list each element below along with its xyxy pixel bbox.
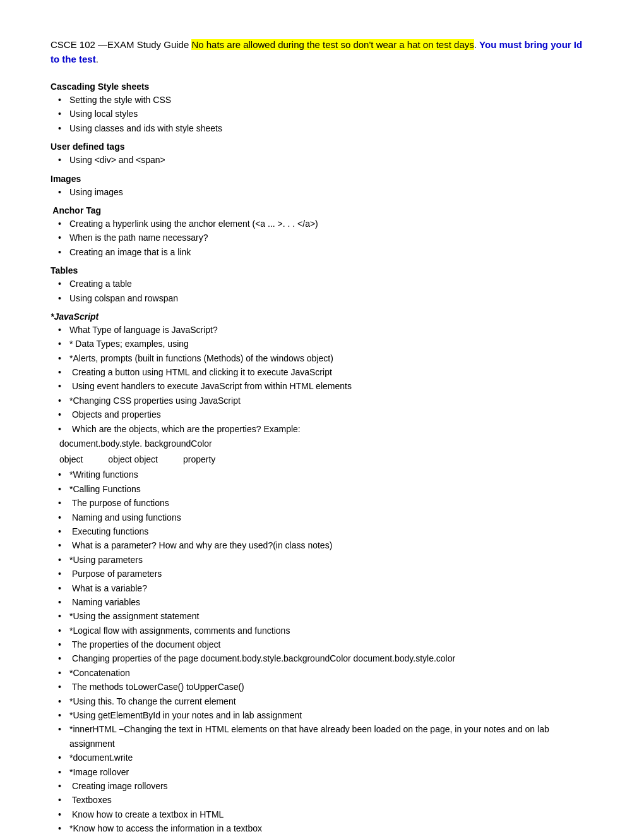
section-anchor: Anchor Tag [51, 205, 593, 215]
list-item: Using <div> and <span> [51, 153, 593, 167]
code-example-line1: document.body.style. backgroundColor [51, 436, 593, 452]
list-item: Creating a hyperlink using the anchor el… [51, 217, 593, 231]
title-period2: . [96, 54, 98, 64]
title-period: . [474, 39, 479, 50]
list-item: Naming variables [51, 595, 593, 609]
list-item: *Changing CSS properties using JavaScrip… [51, 394, 593, 408]
list-item: Creating image rollovers [51, 779, 593, 793]
list-item: Purpose of parameters [51, 567, 593, 581]
list-item: *Logical flow with assignments, comments… [51, 624, 593, 638]
list-item: *Writing functions [51, 468, 593, 481]
list-item: What Type of language is JavaScript? [51, 323, 593, 337]
list-item: *Image rollover [51, 765, 593, 779]
title-highlighted: No hats are allowed during the test so d… [191, 39, 474, 50]
list-item: Using classes and ids with style sheets [51, 121, 593, 135]
list-item: Using local styles [51, 107, 593, 121]
list-item: The methods toLowerCase() toUpperCase() [51, 680, 593, 694]
list-item: Which are the objects, which are the pro… [51, 422, 593, 436]
list-item: Using event handlers to execute JavaScri… [51, 379, 593, 393]
list-item: Changing properties of the page document… [51, 651, 593, 665]
code-example-labels: object object object property [51, 452, 593, 468]
content: Cascading Style sheets Setting the style… [51, 82, 593, 834]
section-cascading: Cascading Style sheets [51, 82, 593, 92]
list-item: Objects and properties [51, 408, 593, 421]
list-item: *Concatenation [51, 666, 593, 680]
list-javascript: What Type of language is JavaScript? * D… [51, 323, 593, 436]
list-item: Setting the style with CSS [51, 93, 593, 107]
list-item: *Using getElementById in your notes and … [51, 708, 593, 722]
list-item: *Know how to access the information in a… [51, 821, 593, 834]
list-item: Creating a table [51, 277, 593, 291]
section-javascript: *JavaScript [51, 311, 593, 322]
label-property: property [183, 452, 215, 468]
label-object-object: object object [108, 452, 158, 468]
list-item: *Using the assignment statement [51, 609, 593, 623]
list-cascading: Setting the style with CSS Using local s… [51, 93, 593, 135]
title-prefix: CSCE 102 —EXAM Study Guide [51, 39, 191, 50]
list-item: What is a parameter? How and why are the… [51, 538, 593, 552]
label-object: object [59, 452, 83, 468]
list-item: *Alerts, prompts (built in functions (Me… [51, 351, 593, 365]
list-tables: Creating a table Using colspan and rowsp… [51, 277, 593, 305]
list-item: The properties of the document object [51, 638, 593, 651]
list-user-defined: Using <div> and <span> [51, 153, 593, 167]
list-item: Executing functions [51, 524, 593, 538]
list-item: The purpose of functions [51, 496, 593, 510]
title-block: CSCE 102 —EXAM Study Guide No hats are a… [51, 38, 593, 66]
section-images: Images [51, 174, 593, 184]
list-item: * Data Types; examples, using [51, 337, 593, 351]
list-item: *Calling Functions [51, 482, 593, 496]
list-item: What is a variable? [51, 581, 593, 595]
list-item: When is the path name necessary? [51, 231, 593, 245]
list-item: *innerHTML −Changing the text in HTML el… [51, 722, 593, 751]
list-item: *Using parameters [51, 553, 593, 567]
list-functions: *Writing functions *Calling Functions Th… [51, 468, 593, 834]
section-user-defined: User defined tags [51, 142, 593, 152]
list-item: Creating an image that is a link [51, 245, 593, 259]
list-item: Using images [51, 185, 593, 199]
list-item: Know how to create a textbox in HTML [51, 807, 593, 821]
list-item: Creating a button using HTML and clickin… [51, 365, 593, 379]
list-item: Textboxes [51, 793, 593, 807]
list-item: Using colspan and rowspan [51, 291, 593, 305]
list-item: *document.write [51, 751, 593, 764]
section-tables: Tables [51, 265, 593, 275]
list-item: Naming and using functions [51, 511, 593, 524]
list-item: *Using this. To change the current eleme… [51, 694, 593, 708]
list-anchor: Creating a hyperlink using the anchor el… [51, 217, 593, 259]
list-images: Using images [51, 185, 593, 199]
